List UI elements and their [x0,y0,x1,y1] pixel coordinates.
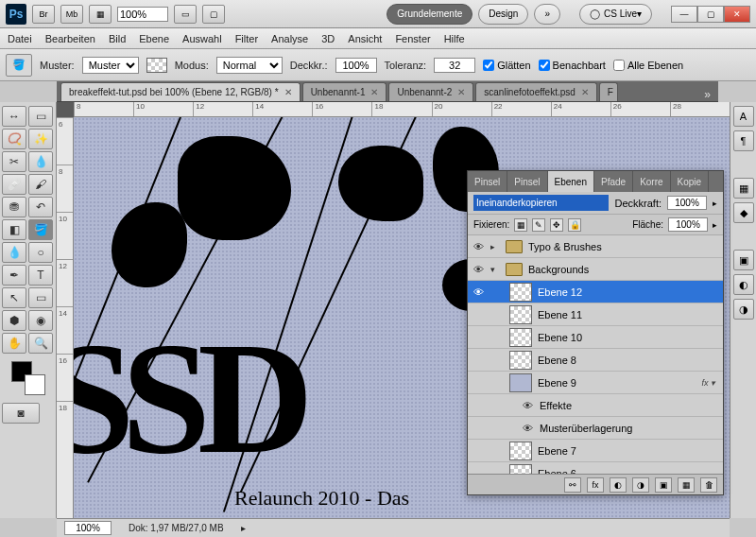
trash-icon[interactable]: 🗑 [700,477,717,493]
stamp-tool-icon[interactable]: ⛃ [2,197,26,217]
fill-input[interactable] [668,217,708,232]
brush-tool-icon[interactable]: 🖌 [28,174,53,195]
layer-opacity-input[interactable] [667,196,707,210]
menu-ansicht[interactable]: Ansicht [348,33,382,44]
layer-fx[interactable]: 👁Effekte [468,394,723,417]
close-icon[interactable]: ✕ [457,87,465,97]
doc-tab[interactable]: Unbenannt-1✕ [302,82,387,101]
opacity-input[interactable] [335,58,377,73]
tab-scroll[interactable]: » [700,88,714,101]
arrange-button[interactable]: ▭ [174,5,197,24]
eye-icon[interactable] [472,354,485,367]
lock-all-icon[interactable]: 🔒 [568,218,581,232]
history-brush-icon[interactable]: ↶ [28,197,53,217]
layer-item[interactable]: Ebene 9fx ▾ [468,372,723,394]
close-icon[interactable]: ✕ [581,87,589,97]
rail-type-icon[interactable]: A [733,106,754,127]
layer-item[interactable]: Ebene 6 [468,462,723,474]
layer-item[interactable]: Ebene 11 [468,303,723,326]
eye-icon[interactable]: 👁 [472,263,485,276]
menu-bild[interactable]: Bild [109,33,126,44]
fill-select[interactable]: Muster [82,57,139,74]
panel-tab[interactable]: Korre [633,171,670,192]
close-icon[interactable]: ✕ [370,87,378,97]
eye-icon[interactable] [472,467,485,475]
minimize-button[interactable]: — [671,6,697,23]
3d-camera-icon[interactable]: ◉ [28,310,53,331]
move-tool-icon[interactable]: ↔ [2,106,26,127]
maximize-button[interactable]: ▢ [697,6,724,23]
shape-tool-icon[interactable]: ▭ [28,287,53,308]
workspace-design[interactable]: Design [478,4,528,25]
antialias-checkbox[interactable]: Glätten [483,60,530,71]
wand-tool-icon[interactable]: ✨ [28,129,53,149]
fx-icon[interactable]: fx [587,477,604,493]
close-icon[interactable]: ✕ [284,87,292,97]
minibridge-button[interactable]: Mb [60,5,83,24]
quickmask-icon[interactable]: ◙ [2,403,40,424]
view-extras-button[interactable]: ▦ [89,5,112,24]
eye-icon[interactable]: 👁 [521,399,534,412]
layer-group[interactable]: 👁▸Typo & Brushes [468,235,723,258]
menu-fenster[interactable]: Fenster [395,33,430,44]
panel-tab[interactable]: Pinsel [507,171,547,192]
zoom-tool-icon[interactable]: 🔍 [28,333,53,354]
layer-item[interactable]: Ebene 7 [468,440,723,462]
background-color[interactable] [25,374,45,395]
marquee-tool-icon[interactable]: ▭ [28,106,53,127]
layer-group[interactable]: 👁▾Backgrounds [468,258,723,281]
workspace-active[interactable]: Grundelemente [387,4,472,25]
eye-icon[interactable] [472,308,485,321]
menu-3d[interactable]: 3D [321,33,335,44]
chevron-icon[interactable]: ▸ [713,220,717,230]
new-layer-icon[interactable]: ▦ [678,477,695,493]
doc-tab[interactable]: Unbenannt-2✕ [388,82,473,101]
eye-icon[interactable]: 👁 [472,286,485,299]
menu-filter[interactable]: Filter [235,33,258,44]
all-layers-checkbox[interactable]: Alle Ebenen [613,60,683,71]
lasso-tool-icon[interactable]: 📿 [2,129,26,149]
panel-tab[interactable]: Pinsel [468,171,507,192]
bucket-tool-icon[interactable]: 🪣 [28,219,53,240]
panel-tab[interactable]: Pfade [594,171,633,192]
link-layers-icon[interactable]: ⚯ [564,477,581,493]
menu-analyse[interactable]: Analyse [271,33,308,44]
menu-ebene[interactable]: Ebene [139,33,169,44]
modus-select[interactable]: Normal [216,57,283,74]
workspace-more[interactable]: » [534,4,560,25]
3d-tool-icon[interactable]: ⬢ [2,310,26,331]
contiguous-checkbox[interactable]: Benachbart [539,60,606,71]
pen-tool-icon[interactable]: ✒ [2,265,26,286]
bridge-button[interactable]: Br [32,5,55,24]
lock-position-icon[interactable]: ✥ [550,218,563,232]
layer-fx[interactable]: 👁Musterüberlagerung [468,417,723,440]
eye-icon[interactable] [472,376,485,390]
rail-swatches-icon[interactable]: ▦ [733,178,754,199]
rail-adjust-icon[interactable]: ◑ [733,299,754,320]
eraser-tool-icon[interactable]: ◧ [2,219,26,240]
eye-icon[interactable] [472,444,485,458]
new-group-icon[interactable]: ▣ [655,477,672,493]
bucket-tool-icon[interactable]: 🪣 [6,54,32,77]
doc-tab[interactable]: scanlinefotoeffekt.psd✕ [475,82,597,101]
chevron-icon[interactable]: ▸ [713,199,717,208]
fx-badge[interactable]: fx ▾ [701,378,719,388]
pattern-swatch[interactable] [146,58,167,73]
doc-tab[interactable]: F [599,82,618,101]
screenmode-button[interactable]: ▢ [202,5,225,24]
path-select-icon[interactable]: ↖ [2,287,26,308]
color-wells[interactable] [11,361,45,395]
eye-icon[interactable] [472,331,485,344]
rail-mask-icon[interactable]: ◐ [733,274,754,295]
chevron-icon[interactable]: ▸ [241,523,246,533]
cslive-button[interactable]: ◯ CS Live ▾ [579,4,652,25]
zoom-select[interactable] [117,7,168,22]
panel-tab[interactable]: Kopie [671,171,710,192]
eyedropper-tool-icon[interactable]: 💧 [28,151,53,172]
status-zoom-input[interactable] [64,521,112,535]
adjustment-icon[interactable]: ◑ [632,477,649,493]
crop-tool-icon[interactable]: ✂ [2,151,26,172]
blur-tool-icon[interactable]: 💧 [2,242,26,263]
heal-tool-icon[interactable]: 🩹 [2,174,26,195]
layer-item[interactable]: Ebene 8 [468,349,723,372]
